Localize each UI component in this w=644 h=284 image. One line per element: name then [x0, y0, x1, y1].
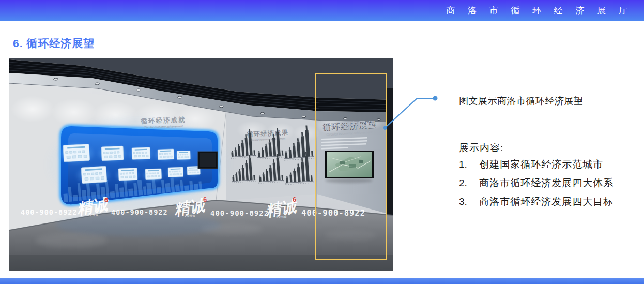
exhibition-render-image: 循环经济成就 Circular economy achievement 循环经济…	[9, 58, 393, 271]
list-item: 3. 商洛市循环经济发展四大目标	[459, 192, 614, 211]
watermark-phone: 400-900-8922	[301, 208, 365, 218]
callout-label: 图文展示商洛市循环经济展望	[459, 95, 584, 107]
footer-bar	[0, 278, 644, 284]
watermark-badge: 6	[203, 196, 207, 203]
header-title: 商 洛 市 循 环 经 济 展 厅	[446, 5, 644, 17]
watermark-phone: 400-900-8922	[210, 209, 269, 217]
wall-title-achievement: 循环经济成就 Circular economy achievement	[140, 116, 186, 129]
list-item-text: 商洛市循环经济发展四大目标	[479, 196, 614, 207]
list-item-number: 2.	[459, 174, 476, 192]
outlook-screen	[325, 151, 374, 183]
watermark-phone: 400-900-8922	[21, 208, 78, 216]
notes-list: 1. 创建国家循环经济示范城市 2. 商洛市循环经济发展四大体系 3. 商洛市循…	[459, 155, 614, 211]
watermark-logo-sub: 文化传媒	[87, 213, 99, 217]
watermark-phone: 400-900-8922	[111, 208, 168, 216]
wall-title-results: 循环经济成果 Circular economy achievement	[246, 129, 289, 142]
watermark-logo-sub: 文化传媒	[275, 215, 287, 219]
section-title: 6. 循环经济展望	[13, 36, 95, 51]
exhibition-room-render: 循环经济成就 Circular economy achievement 循环经济…	[9, 58, 393, 271]
watermark-logo-sub: 文化传媒	[184, 214, 196, 218]
wall-screen	[198, 152, 218, 169]
list-item: 1. 创建国家循环经济示范城市	[459, 155, 614, 174]
page-edge-line	[635, 21, 635, 278]
list-item-text: 创建国家循环经济示范城市	[479, 159, 603, 170]
slide-page: 商 洛 市 循 环 经 济 展 厅 6. 循环经济展望	[0, 0, 644, 284]
callout-dot-end	[433, 96, 438, 101]
corner-shadow	[387, 88, 393, 218]
notes-heading: 展示内容:	[459, 141, 503, 155]
list-item-number: 3.	[459, 192, 476, 211]
list-item-number: 1.	[459, 155, 476, 174]
watermark-badge: 6	[104, 196, 108, 204]
header-bar: 商 洛 市 循 环 经 济 展 厅	[0, 0, 644, 21]
list-item: 2. 商洛市循环经济发展四大体系	[459, 174, 614, 192]
watermark-badge: 6	[293, 196, 296, 203]
list-item-text: 商洛市循环经济发展四大体系	[479, 177, 614, 188]
